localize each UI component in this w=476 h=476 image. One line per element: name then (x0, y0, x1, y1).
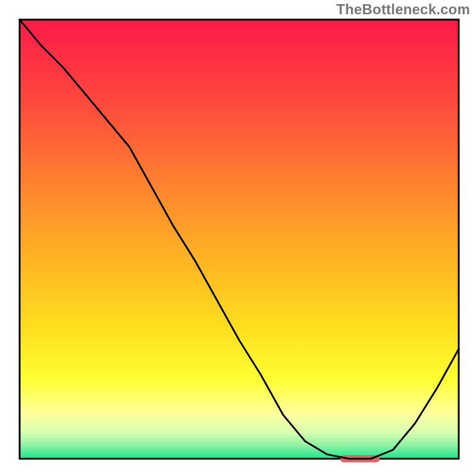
watermark-text: TheBottleneck.com (336, 1, 470, 18)
bottleneck-chart: TheBottleneck.com (0, 0, 476, 476)
plot-background (20, 20, 459, 459)
chart-svg (0, 0, 476, 476)
